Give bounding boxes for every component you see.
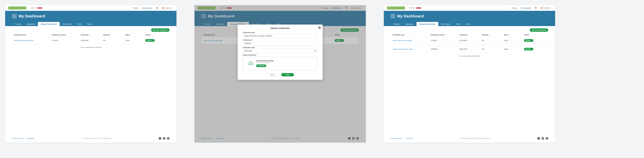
nav-products-link[interactable]: Products	[133, 7, 138, 9]
footer-accessibility-link[interactable]: Accessibility	[26, 138, 34, 139]
nav-products-link[interactable]: Products	[512, 7, 517, 9]
top-bar: powered by Products My Dashboard John Do…	[5, 5, 176, 11]
svg-rect-6	[15, 17, 16, 18]
cancel-button[interactable]: Cancel	[266, 73, 278, 76]
cert-issued: 01/02/2000	[81, 40, 103, 41]
cert-valid: N/A	[103, 40, 125, 41]
sort-icon	[509, 34, 510, 36]
svg-point-2	[163, 7, 164, 8]
col-actions: Actions	[524, 34, 546, 36]
youtube-icon[interactable]	[546, 137, 548, 140]
col-number[interactable]: Certification number	[52, 34, 81, 36]
cert-status: Active	[125, 40, 145, 41]
cert-type-select[interactable]: Trapper education and safety certificati…	[243, 34, 318, 38]
tab-products[interactable]: Products	[391, 22, 402, 26]
row-actions-button[interactable]: Actions⌄	[145, 39, 155, 42]
svg-rect-5	[12, 17, 14, 18]
col-issued[interactable]: Issued date	[460, 34, 482, 36]
footer-copyright: © 2021. Reserve America Holding LLC. All…	[34, 138, 159, 139]
cert-date-label: Certification date*	[243, 47, 318, 48]
nav-dashboard-link[interactable]: My Dashboard	[521, 7, 531, 9]
col-type[interactable]: Certification type	[14, 34, 52, 36]
cert-number-label: Certification #*	[243, 39, 318, 41]
cert-number: 1119030	[52, 40, 81, 41]
sort-icon	[489, 34, 490, 36]
tab-products[interactable]: Products	[12, 22, 24, 26]
sort-icon	[130, 34, 131, 36]
col-number[interactable]: Certification number	[430, 34, 460, 36]
row-actions-button[interactable]: Actions⌄	[524, 39, 533, 42]
tab-more[interactable]: More⌄	[84, 22, 96, 26]
chevron-down-icon: ⌄	[531, 48, 532, 50]
powered-by: powered by	[409, 7, 421, 9]
dashboard-grid-icon	[12, 14, 16, 18]
dropzone-sub-text: File size limit is 32MB	[256, 62, 274, 63]
footer-privacy-link[interactable]: Privacy & Security	[391, 138, 402, 139]
facebook-icon[interactable]	[537, 137, 540, 140]
svg-rect-21	[393, 17, 395, 18]
add-new-certification-button[interactable]: Add new certification	[530, 28, 548, 32]
tab-profile[interactable]: Profile	[74, 22, 84, 26]
modal-overlay[interactable]: ✕ Upload certification Certification typ…	[194, 5, 366, 142]
nav-dashboard-link[interactable]: My Dashboard	[142, 7, 152, 9]
cert-number-input[interactable]	[243, 41, 318, 45]
tab-certifications[interactable]: Manage Certifications	[416, 22, 438, 26]
screen-upload-modal: powered by Products My Dashboard John Do…	[194, 5, 366, 142]
svg-rect-19	[393, 14, 395, 16]
sort-icon	[110, 34, 111, 36]
twitter-icon[interactable]	[163, 137, 166, 140]
add-new-certification-button[interactable]: Add new certification	[151, 28, 170, 32]
tab-order-history[interactable]: Order History	[60, 22, 74, 26]
close-icon[interactable]: ✕	[318, 26, 321, 29]
svg-point-16	[536, 9, 536, 9]
cert-type-link[interactable]: Trapper education and safety	[393, 48, 430, 50]
col-valid[interactable]: Valid date	[482, 34, 504, 36]
footer-privacy-link[interactable]: Privacy & Security	[12, 138, 24, 139]
user-menu[interactable]: John Doe ⌄	[162, 7, 173, 10]
user-menu[interactable]: John Doe ⌄	[540, 7, 552, 10]
col-valid[interactable]: Valid date	[103, 34, 125, 36]
cert-type-link[interactable]: Hunter education and safety	[14, 40, 52, 41]
vendor-logo	[38, 7, 42, 9]
chevron-down-icon: ⌄	[91, 23, 92, 25]
cert-date-input[interactable]	[243, 49, 318, 53]
file-dropzone[interactable]: Drop file here to upload File size limit…	[243, 57, 318, 70]
tab-applications[interactable]: Applications	[24, 22, 38, 26]
svg-point-17	[542, 7, 542, 8]
page-title: My Dashboard	[18, 14, 45, 18]
upload-certification-modal: ✕ Upload certification Certification typ…	[238, 25, 323, 80]
cert-type-link[interactable]: Hunter education and safety	[393, 40, 430, 41]
cart-icon[interactable]	[535, 7, 537, 9]
screen-manage-certs-two-rows: powered by Products My Dashboard John Do…	[384, 5, 555, 142]
col-issued[interactable]: Issued date	[81, 34, 103, 36]
facebook-icon[interactable]	[159, 137, 161, 140]
col-status[interactable]: Status	[125, 34, 146, 36]
svg-rect-4	[15, 14, 16, 16]
table-header: Certification type Certification number …	[391, 34, 548, 37]
row-actions-button[interactable]: Actions⌄	[524, 48, 533, 51]
cart-icon[interactable]	[156, 7, 158, 9]
col-actions: Actions	[146, 34, 168, 36]
choose-file-button[interactable]: Choose file	[256, 64, 266, 67]
end-of-list: You've reached the end of the list	[12, 47, 170, 48]
sort-icon	[468, 34, 469, 36]
tab-profile[interactable]: Profile	[453, 22, 463, 26]
header-band: My Dashboard Products Applications Manag…	[5, 11, 176, 26]
col-status[interactable]: Status	[504, 34, 524, 36]
svg-point-0	[156, 9, 157, 9]
vendor-logo	[416, 7, 421, 9]
tab-applications[interactable]: Applications	[402, 22, 416, 26]
save-button[interactable]: Save	[281, 73, 294, 76]
tab-certifications[interactable]: Manage Certifications	[38, 22, 60, 26]
footer: Privacy & Security Accessibility © 2021.…	[384, 134, 555, 142]
twitter-icon[interactable]	[542, 137, 544, 140]
end-of-list: You've reached the end of the list	[391, 55, 548, 57]
footer-accessibility-link[interactable]: Accessibility	[405, 138, 413, 139]
tab-more[interactable]: More⌄	[463, 22, 474, 26]
col-type[interactable]: Certification type	[392, 34, 430, 36]
table-header: Certification type Certification number …	[12, 34, 170, 37]
youtube-icon[interactable]	[167, 137, 170, 140]
sort-icon	[445, 34, 446, 36]
tab-order-history[interactable]: Order History	[438, 22, 453, 26]
top-bar: powered by Products My Dashboard John Do…	[384, 5, 555, 11]
